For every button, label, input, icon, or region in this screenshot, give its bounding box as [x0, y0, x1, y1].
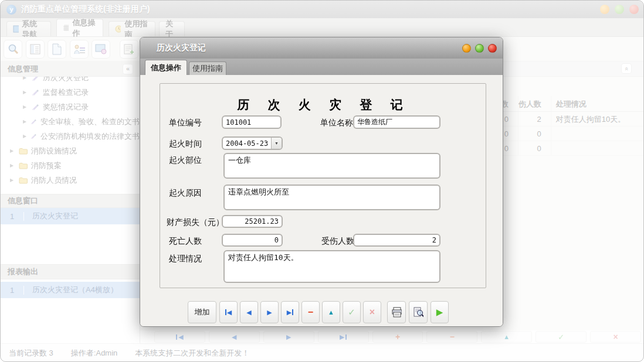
right-triangle-icon: ▶: [267, 309, 272, 316]
expand-arrow-icon[interactable]: ▶: [10, 148, 15, 153]
report-output-header[interactable]: 报表输出: [1, 264, 140, 279]
main-titlebar[interactable]: y 消防重点单位管理系统(非注册用户): [1, 1, 644, 18]
fire-cause-field[interactable]: 违章点燃明火所至: [223, 185, 440, 210]
dialog-tab-info-operation[interactable]: 信息操作: [145, 60, 187, 75]
dialog-titlebar[interactable]: 历次火灾登记: [140, 37, 503, 59]
tree-item[interactable]: ▶历次火灾登记: [1, 77, 140, 85]
tree-item[interactable]: ▶监督检查记录: [1, 85, 140, 100]
confirm-button[interactable]: ✓: [343, 301, 361, 323]
handle-field[interactable]: 对责任人拘留10天。: [223, 250, 440, 283]
sidebar-collapse-button[interactable]: «: [123, 64, 133, 74]
tree-item-label: 奖惩情况记录: [43, 102, 89, 112]
fire-part-field[interactable]: 一仓库: [223, 153, 440, 179]
fire-part-label: 起火部位: [169, 155, 202, 166]
run-button[interactable]: ▶: [431, 301, 449, 323]
left-triangle-icon: ◀: [232, 333, 236, 341]
tree-item[interactable]: ▶消防预案: [1, 158, 140, 173]
report-button[interactable]: [26, 40, 45, 59]
folder-icon: [19, 177, 28, 184]
edit-record-button[interactable]: ▲: [322, 301, 340, 323]
nav-next-button[interactable]: ▶: [263, 331, 314, 343]
tree-item[interactable]: ▶消防人员情况: [1, 173, 140, 187]
tree-item[interactable]: ▶公安消防机构填发的法律文书: [1, 129, 140, 144]
nav-edit-button[interactable]: ▲: [481, 331, 532, 343]
sidebar-title: 信息管理: [8, 64, 38, 74]
first-record-button[interactable]: ◀: [219, 301, 238, 323]
search-button[interactable]: [4, 40, 22, 59]
statusbar: 当前记录数 3 操作者:Admin 本系统支持二次开发和全新开发！: [1, 343, 644, 362]
record-icon: [30, 132, 37, 140]
delete-record-button[interactable]: −: [301, 301, 320, 323]
left-triangle-icon: ◀: [246, 309, 251, 316]
dialog-tab-user-guide[interactable]: 使用指南: [189, 62, 226, 75]
report-output-item[interactable]: 1 历次火灾登记（A4横放）: [1, 282, 140, 298]
tree-item-label: 监督检查记录: [43, 87, 89, 98]
prev-record-button[interactable]: ◀: [240, 301, 258, 323]
record-icon: [32, 88, 39, 96]
document-button[interactable]: [48, 40, 66, 59]
expand-arrow-icon[interactable]: ▶: [23, 90, 28, 95]
tab-system-nav[interactable]: 系统导航: [6, 21, 51, 36]
tab-user-guide[interactable]: 使用指南: [109, 21, 155, 36]
tab-info-operation[interactable]: 信息操作: [56, 19, 103, 36]
next-record-button[interactable]: ▶: [260, 301, 279, 323]
unit-id-label: 单位编号: [169, 118, 202, 128]
user-settings-button[interactable]: [70, 40, 89, 59]
app-icon: y: [6, 5, 16, 15]
chevron-left-icon: «: [126, 66, 130, 72]
window-manager-icon: [94, 43, 107, 55]
form-title: 历 次 火 灾 登 记: [160, 97, 487, 113]
injury-field[interactable]: [353, 234, 440, 247]
dialog-minimize-button[interactable]: [462, 44, 471, 53]
up-triangle-icon: ▲: [328, 309, 334, 316]
info-window-item[interactable]: 1 历次火灾登记: [1, 208, 140, 224]
last-icon: [345, 334, 347, 340]
dialog-body: 历 次 火 灾 登 记 单位编号 单位名称 起火时间 2004-05-23 ▼ …: [140, 75, 503, 327]
nav-add-button[interactable]: +: [372, 331, 423, 343]
expand-arrow-icon[interactable]: ▶: [23, 104, 28, 110]
nav-remove-button[interactable]: −: [426, 331, 477, 343]
print-button[interactable]: [387, 301, 406, 323]
folder-icon: [19, 148, 28, 155]
fire-time-combobox[interactable]: 2004-05-23 ▼: [222, 136, 283, 150]
window-manager-button[interactable]: [91, 40, 110, 59]
bottom-navigator: ◀◀▶▶+−▲✓×: [140, 330, 644, 343]
fire-cause-label: 起火原因: [169, 188, 202, 199]
dropdown-arrow-icon[interactable]: ▼: [271, 138, 282, 149]
close-button[interactable]: [629, 5, 639, 14]
expand-arrow-icon[interactable]: ▶: [23, 134, 27, 139]
dialog-maximize-button[interactable]: [475, 44, 484, 53]
expand-arrow-icon[interactable]: ▶: [23, 77, 28, 80]
expand-arrow-icon[interactable]: ▶: [23, 119, 27, 124]
expand-arrow-icon[interactable]: ▶: [10, 163, 15, 168]
nav-cancel-button[interactable]: ×: [590, 331, 641, 343]
info-window-header[interactable]: 信息窗口: [1, 194, 140, 208]
print-preview-button[interactable]: [409, 301, 428, 323]
tree-item[interactable]: ▶奖惩情况记录: [1, 100, 140, 114]
nav-last-button[interactable]: ▶: [318, 331, 369, 343]
nav-prev-button[interactable]: ◀: [209, 331, 260, 343]
nav-confirm-button[interactable]: ✓: [535, 331, 587, 343]
unit-name-field[interactable]: [353, 115, 440, 129]
maximize-button[interactable]: [615, 5, 624, 14]
unit-id-field[interactable]: [222, 115, 282, 129]
content-collapse-button[interactable]: «: [621, 63, 632, 74]
last-record-button[interactable]: ▶: [281, 301, 299, 323]
death-field[interactable]: [222, 234, 283, 247]
minimize-button[interactable]: [600, 5, 609, 14]
dialog-close-button[interactable]: [488, 44, 497, 53]
clock-icon: [115, 25, 121, 33]
cancel-button[interactable]: ×: [363, 301, 381, 323]
sidebar-header: 信息管理 «: [1, 62, 140, 77]
tree-item-label: 消防人员情况: [31, 175, 77, 186]
expand-arrow-icon[interactable]: ▶: [10, 177, 15, 183]
tab-about[interactable]: 关于: [159, 21, 185, 36]
document-add-button[interactable]: [120, 40, 138, 59]
tree-item[interactable]: ▶消防设施情况: [1, 144, 140, 158]
loss-field[interactable]: [222, 215, 283, 228]
tree: ▶历次火灾登记▶监督检查记录▶奖惩情况记录▶安全审核、验收、检查的文书▶公安消防…: [1, 77, 140, 194]
tree-item[interactable]: ▶安全审核、验收、检查的文书: [1, 114, 140, 129]
nav-first-button[interactable]: ◀: [154, 331, 205, 343]
fire-time-value: 2004-05-23: [223, 138, 271, 149]
add-record-button[interactable]: 增加: [188, 301, 216, 323]
